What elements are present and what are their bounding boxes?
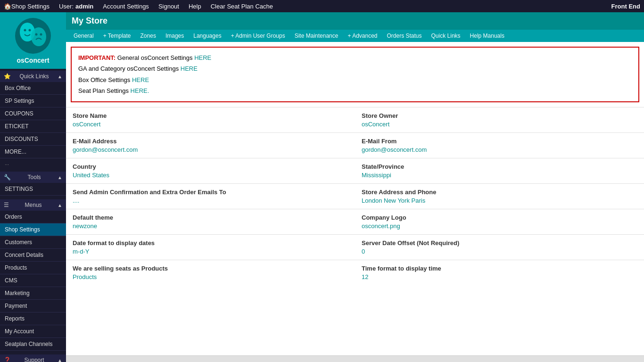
alert-line3-link[interactable]: HERE [132,76,149,83]
home-icon: 🏠 [4,3,11,10]
table-row: Store Name osConcert Store Owner osConce… [66,107,644,132]
sidebar-item-orders[interactable]: Orders [0,211,66,223]
svg-point-6 [40,33,42,36]
right-label: Server Date Offset (Not Required) [362,239,637,247]
subnav-help-manuals[interactable]: Help Manuals [465,30,509,42]
alert-line4-prefix: Seat Plan Settings [78,87,131,94]
shop-settings-link[interactable]: Shop Settings [11,3,50,10]
signout-link[interactable]: Signout [158,3,179,10]
sidebar-item-shop-settings[interactable]: Shop Settings [0,223,66,236]
subnav-quick-links[interactable]: Quick Links [427,30,465,42]
sub-navigation: General Template Zones Images Languages … [66,30,644,42]
right-value: London New York Paris [362,197,425,204]
right-label: Store Owner [362,112,637,119]
alert-line-2: GA and Category osConcert Settings HERE [78,63,632,74]
tools-icon: 🔧 [4,174,11,181]
sidebar-item-eticket[interactable]: ETICKET [0,120,66,133]
sidebar-item-customers[interactable]: Customers [0,236,66,249]
subnav-general[interactable]: General [69,30,99,42]
alert-line4-link[interactable]: HERE. [131,87,149,94]
alert-box: IMPORTANT: General osConcert Settings HE… [71,47,639,102]
alert-line3-prefix: Box Office Settings [78,76,132,83]
support-icon: ❓ [4,357,11,362]
right-label: Time format to display time [362,265,637,272]
left-label: We are selling seats as Products [73,265,348,272]
front-end-link[interactable]: Front End [611,3,640,10]
settings-rows: Store Name osConcert Store Owner osConce… [66,107,644,285]
right-value: gordon@osconcert.com [362,146,427,153]
subnav-languages[interactable]: Languages [189,30,226,42]
sidebar-item-settings[interactable]: SETTINGS [0,183,66,196]
alert-line-4: Seat Plan Settings HERE. [78,85,632,96]
menus-label: Menus [25,202,42,208]
left-label: Country [73,163,348,170]
support-arrow: ▲ [58,358,62,362]
tools-header[interactable]: 🔧 Tools ▲ [0,172,66,183]
subnav-zones[interactable]: Zones [136,30,161,42]
alert-line-1: IMPORTANT: General osConcert Settings HE… [78,52,632,63]
subnav-admin-user-groups[interactable]: Admin User Groups [226,30,290,42]
sidebar-section-support: ❓ Support ▲ Front End Help Manuals [0,353,66,362]
horizontal-scrollbar[interactable] [66,355,644,362]
left-cell: Date format to display dates m-d-Y [66,234,355,260]
right-cell: Store Address and Phone London New York … [355,183,644,209]
sidebar-item-concert-details[interactable]: Concert Details [0,249,66,262]
clear-cache-link[interactable]: Clear Seat Plan Cache [211,3,273,10]
left-cell: Store Name osConcert [66,107,355,132]
subnav-site-maintenance[interactable]: Site Maintenance [290,30,343,42]
support-header[interactable]: ❓ Support ▲ [0,354,66,362]
account-settings-link[interactable]: Account Settings [103,3,149,10]
sidebar-item-sp-settings[interactable]: SP Settings [0,95,66,107]
osconcert-logo [14,17,52,55]
subnav-template[interactable]: Template [99,30,136,42]
sidebar-item-reports[interactable]: Reports [0,313,66,325]
logo-area: osConcert [0,12,66,69]
quick-links-header[interactable]: ⭐ Quick Links ▲ [0,71,66,82]
right-value: osconcert.png [362,222,400,230]
menus-header[interactable]: ☰ Menus ▲ [0,199,66,211]
right-cell: Time format to display time 12 [355,260,644,285]
subnav-advanced[interactable]: Advanced [343,30,382,42]
right-cell: E-Mail From gordon@osconcert.com [355,132,644,158]
subnav-images[interactable]: Images [161,30,189,42]
svg-point-3 [29,29,31,32]
sidebar-item-more[interactable]: MORE... [0,146,66,158]
left-label: Default theme [73,214,348,221]
sidebar-item-marketing[interactable]: Marketing [0,287,66,300]
right-cell: Company Logo osconcert.png [355,209,644,234]
sidebar-item-box-office[interactable]: Box Office [0,82,66,95]
left-label: Store Name [73,112,348,119]
sidebar-item-my-account[interactable]: My Account [0,325,66,338]
table-row: Date format to display dates m-d-Y Serve… [66,234,644,260]
sidebar-item-products[interactable]: Products [0,262,66,274]
left-cell: Default theme newzone [66,209,355,234]
tools-arrow: ▲ [58,175,62,180]
sidebar: osConcert ⭐ Quick Links ▲ Box Office SP … [0,12,66,362]
alert-line1-link[interactable]: HERE [194,54,211,61]
right-value: 0 [362,248,365,255]
top-navigation: 🏠 Shop Settings User: admin Account Sett… [0,0,644,12]
sidebar-item-discounts[interactable]: DISCOUNTS [0,133,66,146]
right-label: E-Mail From [362,138,637,145]
help-link[interactable]: Help [189,3,201,10]
left-value: United States [73,172,109,179]
menus-arrow: ▲ [58,203,62,208]
alert-line2-link[interactable]: HERE [181,65,198,72]
page-content: IMPORTANT: General osConcert Settings HE… [66,42,644,355]
sidebar-item-cms[interactable]: CMS [0,274,66,287]
page-title: My Store [66,12,644,30]
table-row: Country United States State/Province Mis… [66,158,644,183]
svg-point-2 [24,29,26,32]
support-label: Support [25,357,44,362]
left-value: .... [73,197,79,204]
subnav-orders-status[interactable]: Orders Status [382,30,427,42]
svg-point-5 [35,33,38,36]
sidebar-item-seatplan-channels[interactable]: Seatplan Channels [0,338,66,351]
alert-line-3: Box Office Settings HERE [78,74,632,85]
sidebar-item-coupons[interactable]: COUPONS [0,107,66,120]
alert-line2-prefix: GA and Category osConcert Settings [78,65,181,72]
menus-icon: ☰ [4,202,9,208]
sidebar-section-menus: ☰ Menus ▲ Orders Shop Settings Customers… [0,197,66,353]
sidebar-item-payment[interactable]: Payment [0,300,66,313]
table-row: We are selling seats as Products Product… [66,260,644,285]
